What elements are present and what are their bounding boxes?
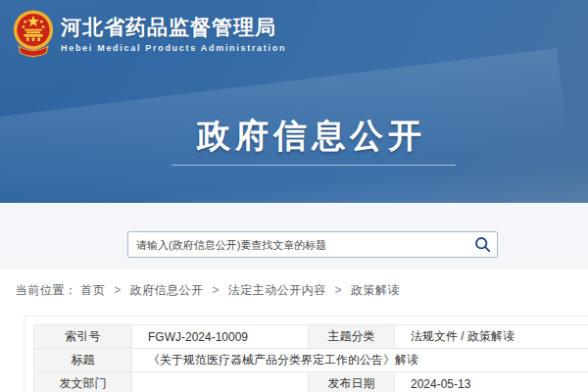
breadcrumb: 当前位置： 首页 > 政府信息公开 > 法定主动公开内容 > 政策解读 — [16, 282, 400, 299]
breadcrumb-prefix: 当前位置： — [16, 283, 77, 297]
org-name-en: Hebei Medical Products Administration — [61, 43, 286, 53]
search-box — [127, 231, 498, 258]
title-value: 《关于规范医疗器械产品分类界定工作的公告》解读 — [132, 349, 588, 372]
page: 河北省药品监督管理局 Hebei Medical Products Admini… — [0, 0, 588, 392]
issuing-department-label: 发文部门 — [34, 372, 132, 392]
org-name-block: 河北省药品监督管理局 Hebei Medical Products Admini… — [61, 15, 286, 53]
title-label: 标题 — [34, 349, 132, 372]
table-row: 标题 《关于规范医疗器械产品分类界定工作的公告》解读 — [34, 349, 588, 372]
index-number-value: FGWJ-2024-10009 — [132, 325, 309, 349]
table-row: 发文部门 发布日期 2024-05-13 — [34, 372, 588, 392]
breadcrumb-separator: > — [212, 283, 220, 297]
publish-date-label: 发布日期 — [309, 372, 395, 392]
breadcrumb-item-home[interactable]: 首页 — [80, 283, 105, 297]
breadcrumb-item-info-disclosure[interactable]: 政府信息公开 — [130, 283, 204, 297]
search-section — [0, 203, 588, 270]
site-logo-link[interactable]: 河北省药品监督管理局 Hebei Medical Products Admini… — [13, 8, 286, 59]
index-number-label: 索引号 — [34, 325, 132, 349]
breadcrumb-item-statutory-disclosure[interactable]: 法定主动公开内容 — [228, 283, 326, 297]
document-meta-table: 索引号 FGWJ-2024-10009 主题分类 法规文件 / 政策解读 标题 … — [33, 324, 588, 392]
document-meta-card: 索引号 FGWJ-2024-10009 主题分类 法规文件 / 政策解读 标题 … — [24, 316, 588, 392]
search-input[interactable] — [128, 232, 467, 257]
search-button[interactable] — [467, 232, 497, 257]
topic-category-value: 法规文件 / 政策解读 — [395, 325, 588, 349]
issuing-department-value — [132, 372, 309, 392]
breadcrumb-item-policy-interpretation: 政策解读 — [351, 283, 400, 297]
org-name-cn: 河北省药品监督管理局 — [61, 15, 286, 40]
topic-category-label: 主题分类 — [309, 325, 395, 349]
search-icon — [474, 236, 491, 253]
hero-banner: 河北省药品监督管理局 Hebei Medical Products Admini… — [0, 0, 588, 203]
publish-date-value: 2024-05-13 — [395, 372, 588, 392]
national-emblem-icon — [13, 8, 54, 59]
banner-underline — [172, 165, 456, 166]
breadcrumb-separator: > — [335, 283, 343, 297]
page-title: 政府信息公开 — [18, 114, 588, 159]
table-row: 索引号 FGWJ-2024-10009 主题分类 法规文件 / 政策解读 — [34, 325, 588, 349]
breadcrumb-separator: > — [114, 283, 122, 297]
